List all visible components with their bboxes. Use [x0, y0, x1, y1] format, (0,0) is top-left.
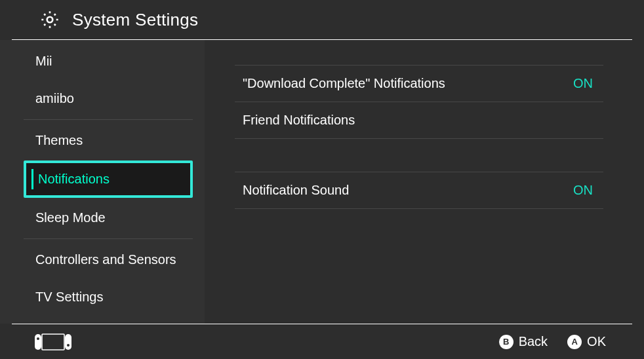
sidebar-item-label: Mii: [35, 54, 52, 68]
content-panel: "Download Complete" Notifications ON Fri…: [205, 40, 644, 324]
sidebar: Mii amiibo Themes Notifications Sleep Mo…: [0, 40, 205, 324]
settings-row-value: ON: [573, 183, 595, 198]
header: System Settings: [12, 0, 632, 40]
system-settings-screen: System Settings Mii amiibo Themes Notifi…: [0, 0, 644, 359]
settings-row-notification-sound[interactable]: Notification Sound ON: [235, 172, 603, 209]
ok-button[interactable]: A OK: [567, 334, 606, 349]
sidebar-divider: [24, 238, 193, 239]
sidebar-item-label: Themes: [35, 133, 83, 147]
sidebar-item-label: TV Settings: [35, 290, 103, 304]
settings-row-label: [243, 43, 247, 58]
sidebar-item-label: Sleep Mode: [35, 210, 106, 225]
body: Mii amiibo Themes Notifications Sleep Mo…: [0, 40, 644, 324]
svg-rect-2: [65, 334, 71, 350]
controller-icon: [34, 333, 72, 350]
b-glyph-icon: B: [499, 335, 513, 349]
sidebar-item-notifications[interactable]: Notifications: [24, 161, 193, 198]
settings-row-value: ON: [573, 76, 595, 91]
sidebar-divider: [24, 119, 193, 120]
back-button[interactable]: B Back: [499, 334, 548, 349]
settings-row-download-complete[interactable]: "Download Complete" Notifications ON: [235, 66, 603, 102]
gear-icon: [39, 9, 60, 30]
sidebar-item-label: amiibo: [35, 91, 74, 105]
sidebar-item-label: Notifications: [35, 172, 110, 186]
sidebar-item-amiibo[interactable]: amiibo: [24, 80, 193, 117]
footer-button-label: OK: [587, 334, 606, 349]
footer-left: [34, 333, 72, 350]
settings-group: Notification Sound ON: [235, 172, 603, 209]
svg-point-5: [67, 344, 70, 347]
svg-point-0: [47, 17, 53, 23]
footer-right: B Back A OK: [499, 334, 606, 349]
settings-row-label: Notification Sound: [243, 183, 349, 198]
sidebar-item-themes[interactable]: Themes: [24, 122, 193, 159]
settings-row-label: "Download Complete" Notifications: [243, 76, 445, 91]
a-glyph-icon: A: [567, 335, 582, 349]
sidebar-item-controllers-and-sensors[interactable]: Controllers and Sensors: [24, 241, 193, 278]
sidebar-item-tv-settings[interactable]: TV Settings: [24, 278, 193, 316]
svg-rect-3: [42, 334, 64, 350]
settings-row-spacer: [235, 43, 603, 66]
footer-button-label: Back: [519, 334, 548, 349]
svg-point-4: [37, 337, 39, 340]
page-title: System Settings: [72, 10, 198, 30]
footer: B Back A OK: [12, 324, 632, 359]
sidebar-item-mii[interactable]: Mii: [24, 43, 193, 80]
settings-group: "Download Complete" Notifications ON Fri…: [235, 43, 603, 139]
sidebar-item-sleep-mode[interactable]: Sleep Mode: [24, 199, 193, 236]
sidebar-item-label: Controllers and Sensors: [35, 252, 176, 267]
settings-row-friend-notifications[interactable]: Friend Notifications: [235, 102, 603, 139]
settings-row-label: Friend Notifications: [243, 113, 355, 128]
svg-rect-1: [35, 334, 41, 350]
